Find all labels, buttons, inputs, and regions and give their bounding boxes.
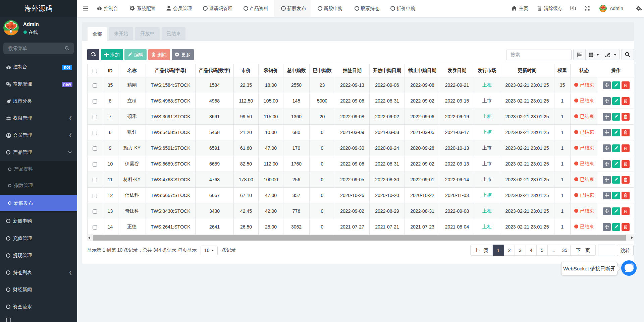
svg-text:A: A <box>572 7 574 10</box>
